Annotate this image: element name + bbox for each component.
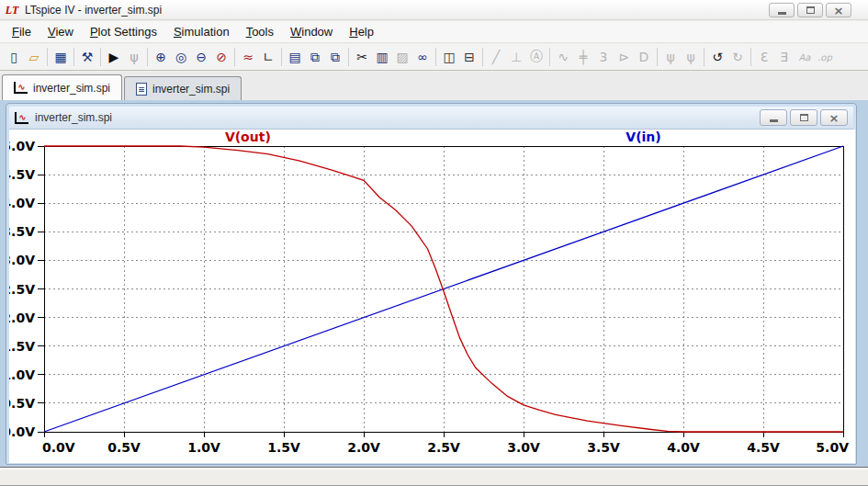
maximize-icon	[806, 6, 815, 14]
toolbar-separator	[482, 48, 483, 66]
close-button[interactable]: ×	[826, 3, 851, 17]
minimize-icon	[778, 12, 786, 15]
zoom-area-button[interactable]: ◎	[171, 46, 191, 68]
toolbar-separator	[100, 48, 101, 66]
y-tick-label: 4.5V	[9, 167, 35, 182]
plot-window-title-bar[interactable]: ∿ inverter_sim.spi ×	[9, 107, 853, 130]
waveform-icon: ∿	[15, 112, 28, 124]
net-label-button: Ⓐ	[526, 46, 547, 68]
toolbar-separator	[435, 48, 436, 66]
menu-simulation[interactable]: Simulation	[165, 22, 238, 41]
autorange-y-axis-button[interactable]: ≈	[238, 46, 258, 68]
rotate-button: Ǝ	[774, 46, 795, 68]
menu-window[interactable]: Window	[282, 22, 341, 41]
y-tick-label: 5.0V	[9, 139, 35, 153]
cut-button[interactable]: ✂	[352, 46, 372, 68]
zoom-out-button[interactable]: ⊖	[191, 46, 211, 68]
plot-close-button[interactable]: ×	[820, 109, 848, 126]
menu-help[interactable]: Help	[341, 22, 382, 41]
netlist-icon: ≡	[136, 83, 147, 96]
resistor-button: ∿	[553, 46, 573, 68]
plot-window: ∿ inverter_sim.spi × 0.0V0.5V1.0V1.5V2.0…	[6, 103, 857, 465]
tab-label: inverter_sim.spi	[152, 83, 230, 96]
toolbar-separator	[281, 48, 282, 66]
print-button[interactable]: ⊟	[459, 46, 479, 68]
menu-file[interactable]: File	[4, 22, 39, 41]
x-tick-label: 5.0V	[816, 440, 849, 455]
move-button: ψ	[660, 46, 681, 68]
minimize-icon	[770, 119, 778, 122]
y-tick-label: 4.0V	[9, 196, 35, 210]
menu-plot-settings[interactable]: Plot Settings	[82, 22, 165, 41]
arrange-documents-button[interactable]: ⧉	[325, 46, 345, 68]
new-document-button[interactable]: ▯	[4, 46, 24, 68]
find-button[interactable]: ∞	[412, 46, 433, 68]
x-tick-label: 1.5V	[267, 440, 300, 455]
tab-netlist[interactable]: ≡inverter_sim.spi	[124, 76, 242, 100]
capacitor-button: ╪	[573, 46, 593, 68]
draw-wire-button: ╱	[486, 46, 506, 68]
drag-button: ψ	[681, 46, 701, 68]
x-tick-label: 4.0V	[667, 440, 700, 455]
waveform-chart[interactable]: 0.0V0.5V1.0V1.5V2.0V2.5V3.0V3.5V4.0V4.5V…	[9, 130, 855, 463]
restore-icon	[800, 114, 808, 121]
close-icon: ×	[829, 112, 840, 124]
close-icon: ×	[834, 5, 844, 17]
toolbar-separator	[73, 48, 74, 66]
open-file-button[interactable]: ▱	[24, 46, 44, 68]
toolbar-separator	[47, 48, 48, 66]
zoom-full-extents-button[interactable]: ⊘	[211, 46, 231, 68]
legend-label-vin[interactable]: V(in)	[626, 130, 660, 144]
mdi-client-area: ∿ inverter_sim.spi × 0.0V0.5V1.0V1.5V2.0…	[0, 100, 868, 468]
plot-restore-button[interactable]	[790, 109, 817, 126]
x-tick-label: 2.0V	[347, 440, 380, 455]
zoom-in-button[interactable]: ⊕	[151, 46, 171, 68]
mirror-button: Ɛ	[754, 46, 774, 68]
menu-tools[interactable]: Tools	[238, 22, 282, 41]
plot-window-title: inverter_sim.spi	[35, 111, 112, 124]
run-button[interactable]: ▶	[104, 46, 124, 68]
minimize-button[interactable]	[769, 3, 795, 17]
x-tick-label: 3.0V	[507, 440, 540, 455]
title-bar: LT LTspice IV - inverter_sim.spi ×	[0, 0, 868, 20]
undo-button[interactable]: ↺	[707, 46, 727, 68]
status-bar	[0, 469, 868, 486]
diode-button: ⊳	[614, 46, 634, 68]
spice-directive-button: .op	[815, 46, 835, 68]
halt-button: ψ	[124, 46, 144, 68]
ltspice-window: LT LTspice IV - inverter_sim.spi × FileV…	[0, 0, 868, 486]
control-panel-button[interactable]: ⚒	[77, 46, 97, 68]
x-tick-label: 0.0V	[42, 440, 75, 455]
plot-minimize-button[interactable]	[760, 109, 787, 126]
x-tick-label: 1.0V	[187, 440, 220, 455]
tab-label: inverter_sim.spi	[33, 82, 110, 95]
menu-view[interactable]: View	[39, 22, 82, 41]
maximize-button[interactable]	[797, 3, 823, 17]
y-tick-label: 0.5V	[9, 396, 35, 411]
copy-button[interactable]: ▥	[372, 46, 392, 68]
save-button[interactable]: ▦	[51, 46, 71, 68]
menu-bar: FileViewPlot SettingsSimulationToolsWind…	[0, 21, 868, 43]
x-tick-label: 4.5V	[747, 440, 780, 455]
ltspice-logo-icon: LT	[5, 3, 19, 17]
redo-button: ↻	[727, 46, 748, 68]
plot-settings-button[interactable]: ∟	[258, 46, 278, 68]
text-button: Aa	[795, 46, 815, 68]
toolbar: ▯▱▦⚒▶ψ⊕◎⊖⊘≈∟▤⧉⧉✂▥▨∞◫⊟╱⊥Ⓐ∿╪3⊳Dψψ↺↻ƐƎAa.op	[0, 44, 868, 71]
y-tick-label: 1.0V	[9, 367, 35, 382]
y-tick-label: 2.5V	[9, 282, 35, 297]
toolbar-separator	[704, 48, 705, 66]
ground-button: ⊥	[506, 46, 526, 68]
y-axis-labels: 0.0V0.5V1.0V1.5V2.0V2.5V3.0V3.5V4.0V4.5V…	[9, 139, 35, 439]
tab-waveform[interactable]: ∿inverter_sim.spi	[2, 74, 122, 100]
x-tick-label: 2.5V	[427, 440, 460, 455]
toolbar-separator	[348, 48, 349, 66]
plot-area[interactable]: 0.0V0.5V1.0V1.5V2.0V2.5V3.0V3.5V4.0V4.5V…	[9, 130, 855, 463]
legend-label-vout[interactable]: V(out)	[225, 130, 271, 144]
y-tick-label: 3.5V	[9, 224, 35, 239]
print-preview-button[interactable]: ◫	[439, 46, 459, 68]
window-title: LTspice IV - inverter_sim.spi	[25, 4, 162, 17]
x-tick-label: 3.5V	[587, 440, 620, 455]
tile-windows-button[interactable]: ▤	[285, 46, 305, 68]
cascade-windows-button[interactable]: ⧉	[305, 46, 325, 68]
